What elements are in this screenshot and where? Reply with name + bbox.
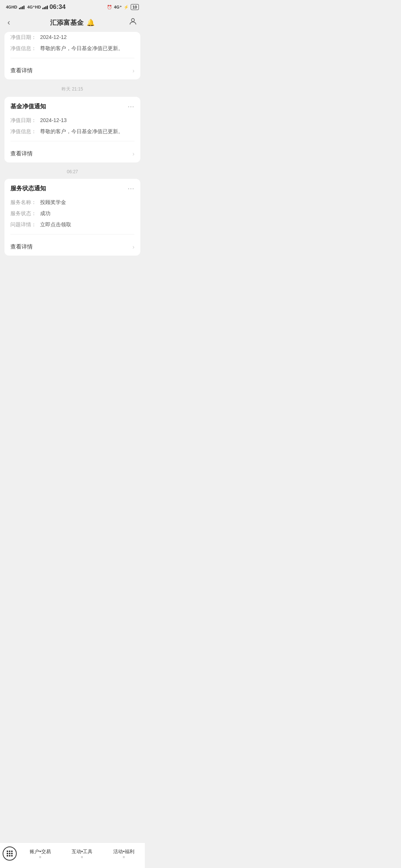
- field-label: 净值日期：: [10, 34, 40, 41]
- card-partial: 净值日期： 2024-12-12 净值信息： 尊敬的客户，今日基金净值已更新。 …: [4, 32, 140, 79]
- battery-indicator: 10: [131, 4, 139, 10]
- page-title: 汇添富基金: [50, 18, 84, 27]
- card-1: 基金净值通知 ··· 净值日期： 2024-12-13 净值信息： 尊敬的客户，…: [4, 97, 140, 162]
- info-row: 服务名称： 投顾奖学金: [10, 197, 134, 208]
- divider: [10, 234, 134, 234]
- page-content: 净值日期： 2024-12-12 净值信息： 尊敬的客户，今日基金净值已更新。 …: [0, 32, 145, 288]
- card-2-title: 服务状态通知: [10, 185, 46, 193]
- svg-point-0: [131, 19, 134, 22]
- view-detail-button-0[interactable]: 查看详情 ›: [4, 62, 140, 79]
- card-1-body: 净值日期： 2024-12-13 净值信息： 尊敬的客户，今日基金净值已更新。: [4, 115, 140, 137]
- network-label: 4GHD: [6, 5, 17, 9]
- field-label: 服务名称：: [10, 199, 40, 206]
- timestamp-2: 06:27: [4, 165, 140, 179]
- divider: [10, 58, 134, 58]
- signal-bars-2: [42, 5, 48, 9]
- divider: [10, 141, 134, 141]
- field-value: 尊敬的客户，今日基金净值已更新。: [40, 45, 134, 52]
- network-label-2: 4G⁺HD: [27, 5, 41, 10]
- field-label: 服务状态：: [10, 210, 40, 217]
- chevron-right-icon: ›: [133, 151, 134, 157]
- card-2-body: 服务名称： 投顾奖学金 服务状态： 成功 问题详情： 立即点击领取: [4, 197, 140, 230]
- view-detail-label: 查看详情: [10, 243, 33, 250]
- card-1-header: 基金净值通知 ···: [4, 97, 140, 115]
- info-row: 问题详情： 立即点击领取: [10, 219, 134, 230]
- field-label: 净值信息：: [10, 45, 40, 52]
- field-label: 净值信息：: [10, 128, 40, 135]
- card-2: 服务状态通知 ··· 服务名称： 投顾奖学金 服务状态： 成功 问题详情： 立即…: [4, 179, 140, 256]
- nav-title-group: 汇添富基金 🔔: [50, 18, 95, 27]
- field-value: 立即点击领取: [40, 221, 134, 228]
- card-2-menu[interactable]: ···: [128, 185, 134, 193]
- info-row: 净值信息： 尊敬的客户，今日基金净值已更新。: [10, 43, 134, 54]
- info-row: 净值信息： 尊敬的客户，今日基金净值已更新。: [10, 126, 134, 137]
- field-value: 尊敬的客户，今日基金净值已更新。: [40, 128, 134, 135]
- view-detail-label: 查看详情: [10, 150, 33, 157]
- content-area: 净值日期： 2024-12-12 净值信息： 尊敬的客户，今日基金净值已更新。 …: [0, 32, 145, 256]
- timestamp-1: 昨天 21:15: [4, 82, 140, 97]
- field-value: 成功: [40, 210, 134, 217]
- nav-bar: ‹ 汇添富基金 🔔: [0, 13, 145, 32]
- card-2-header: 服务状态通知 ···: [4, 179, 140, 197]
- view-detail-button-1[interactable]: 查看详情 ›: [4, 145, 140, 162]
- field-value: 2024-12-13: [40, 117, 134, 124]
- status-right: ⏰ 4G⁺ ⚡ 10: [107, 4, 139, 10]
- chevron-right-icon: ›: [133, 244, 134, 250]
- view-detail-label: 查看详情: [10, 67, 33, 74]
- field-value: 投顾奖学金: [40, 199, 134, 206]
- network-type: 4G⁺: [114, 5, 122, 10]
- status-bar: 4GHD 4G⁺HD 06:34 ⏰ 4G⁺ ⚡ 10: [0, 0, 145, 13]
- card-1-title: 基金净值通知: [10, 103, 46, 111]
- card-1-menu[interactable]: ···: [128, 103, 134, 111]
- info-row: 净值日期： 2024-12-13: [10, 115, 134, 126]
- user-icon[interactable]: [128, 17, 137, 28]
- status-left: 4GHD 4G⁺HD 06:34: [6, 3, 66, 11]
- field-value: 2024-12-12: [40, 34, 134, 41]
- info-row: 服务状态： 成功: [10, 208, 134, 219]
- back-button[interactable]: ‹: [7, 18, 10, 27]
- card-partial-body: 净值日期： 2024-12-12 净值信息： 尊敬的客户，今日基金净值已更新。: [4, 32, 140, 54]
- alarm-icon: ⏰: [107, 5, 112, 10]
- lightning-icon: ⚡: [124, 5, 129, 10]
- bell-icon[interactable]: 🔔: [87, 19, 95, 27]
- field-label: 问题详情：: [10, 221, 40, 228]
- signal-bars-1: [19, 5, 25, 9]
- chevron-right-icon: ›: [133, 68, 134, 74]
- status-time: 06:34: [49, 3, 65, 11]
- field-label: 净值日期：: [10, 117, 40, 124]
- info-row: 净值日期： 2024-12-12: [10, 32, 134, 43]
- view-detail-button-2[interactable]: 查看详情 ›: [4, 238, 140, 256]
